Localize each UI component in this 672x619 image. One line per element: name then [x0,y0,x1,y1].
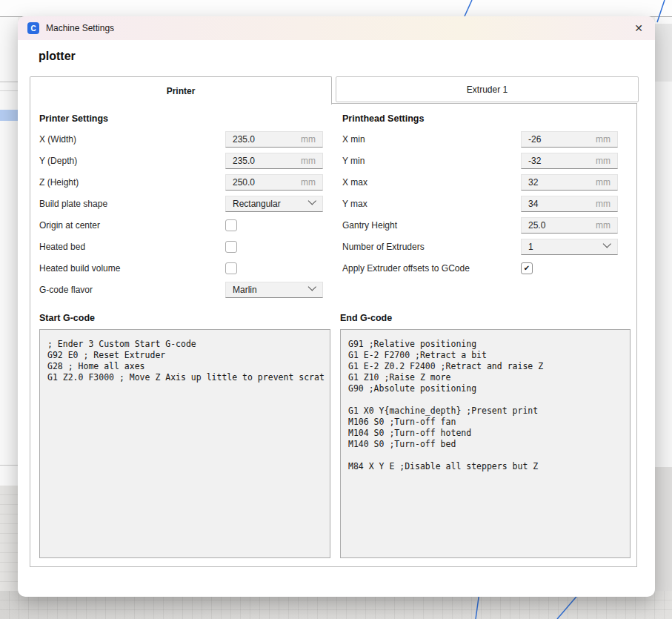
field-label-g-code-flavor: G-code flavor [39,285,225,295]
unit-label: mm [596,199,611,209]
settings-row: Heated bed [39,236,323,257]
input-value: 32 [528,177,538,188]
chevron-down-icon [308,196,316,205]
unit-label: mm [596,220,611,231]
settings-row: Y min-32mm [342,150,618,171]
field-label-number-of-extruders: Number of Extruders [342,242,521,252]
field-label-x-max: X max [342,177,521,188]
settings-row: Apply Extruder offsets to GCode✔ [342,257,618,279]
background-divider [0,90,18,91]
printer-settings-heading: Printer Settings [39,113,108,124]
settings-row: G-code flavorMarlin [39,279,323,300]
settings-row: Origin at center [39,214,323,236]
background-divider [0,465,18,466]
field-label-gantry-height: Gantry Height [342,220,521,231]
chevron-down-icon [308,282,316,291]
settings-row: X min-26mm [342,128,618,150]
input-value: 34 [528,199,538,209]
settings-row: Build plate shapeRectangular [39,193,323,214]
printhead-settings-heading: Printhead Settings [342,113,424,124]
printhead-settings-column: X min-26mmY min-32mmX max32mmY max34mmGa… [342,128,618,279]
dialog-titlebar[interactable]: C Machine Settings ✕ [18,16,655,40]
buildplate-grid [0,486,18,591]
input-value: -32 [528,156,541,166]
selected-option: Rectangular [233,199,281,209]
checkbox-origin-at-center[interactable] [225,219,237,231]
machine-name-heading: plotter [39,50,76,63]
input-value: 25.0 [528,220,545,231]
settings-row: Y (Depth)235.0mm [39,150,323,171]
input-x-width[interactable]: 235.0mm [225,131,323,148]
input-z-height[interactable]: 250.0mm [225,174,323,191]
tab-extruder-1[interactable]: Extruder 1 [336,76,639,102]
field-label-heated-build-volume: Heated build volume [39,263,225,274]
field-label-y-depth: Y (Depth) [39,156,225,166]
start-gcode-heading: Start G-code [39,313,95,323]
close-icon[interactable]: ✕ [634,16,643,40]
end-gcode-textarea[interactable]: G91 ;Relative positioning G1 E-2 F2700 ;… [340,329,631,558]
selected-option: 1 [528,242,533,252]
input-y-min[interactable]: -32mm [521,153,618,169]
input-gantry-height[interactable]: 25.0mm [521,217,618,234]
input-value: 235.0 [233,156,255,166]
field-label-x-min: X min [342,134,521,145]
unit-label: mm [596,134,611,145]
settings-row: Z (Height)250.0mm [39,171,323,193]
chevron-down-icon [603,239,611,248]
background-right-panel [655,467,672,591]
input-x-min[interactable]: -26mm [521,131,618,148]
printer-tab-panel: Printer Settings Printhead Settings X (W… [30,103,637,567]
settings-row: Y max34mm [342,193,618,214]
field-label-z-height: Z (Height) [39,177,225,188]
settings-row: X (Width)235.0mm [39,128,323,150]
settings-row: Heated build volume [39,257,323,279]
cura-app-icon: C [27,22,39,34]
input-y-max[interactable]: 34mm [521,196,618,212]
input-value: 250.0 [233,177,255,188]
background-right-panel [655,24,672,82]
dialog-title: Machine Settings [46,23,114,33]
checkbox-heated-build-volume[interactable] [225,262,237,274]
field-label-y-max: Y max [342,199,521,209]
printer-settings-column: X (Width)235.0mmY (Depth)235.0mmZ (Heigh… [39,128,323,300]
checkbox-apply-extruder-offsets-to-gcode[interactable]: ✔ [521,262,533,274]
select-number-of-extruders[interactable]: 1 [521,239,618,255]
unit-label: mm [301,177,316,188]
unit-label: mm [596,156,611,166]
select-g-code-flavor[interactable]: Marlin [225,282,323,298]
settings-row: X max32mm [342,171,618,193]
settings-row: Number of Extruders1 [342,236,618,257]
checkbox-heated-bed[interactable] [225,241,237,253]
input-value: 235.0 [233,134,255,145]
background-right-panel [655,17,672,24]
field-label-origin-at-center: Origin at center [39,220,225,231]
unit-label: mm [596,177,611,188]
select-build-plate-shape[interactable]: Rectangular [225,196,323,212]
background-right-panel [655,82,672,467]
field-label-heated-bed: Heated bed [39,242,225,252]
input-y-depth[interactable]: 235.0mm [225,153,323,169]
machine-settings-dialog: C Machine Settings ✕ plotter Printer Ext… [18,16,655,597]
input-x-max[interactable]: 32mm [521,174,618,191]
field-label-build-plate-shape: Build plate shape [39,199,225,209]
field-label-y-min: Y min [342,156,521,166]
field-label-x-width: X (Width) [39,134,225,145]
end-gcode-heading: End G-code [340,313,392,323]
start-gcode-textarea[interactable]: ; Ender 3 Custom Start G-code G92 E0 ; R… [39,329,330,558]
background-divider [0,82,18,82]
background-top-panel [0,0,672,17]
unit-label: mm [301,134,316,145]
background-selected-row [0,110,18,121]
unit-label: mm [301,156,316,166]
tab-printer[interactable]: Printer [30,76,332,105]
selected-option: Marlin [233,285,257,295]
field-label-apply-extruder-offsets-to-gcode: Apply Extruder offsets to GCode [342,263,521,274]
input-value: -26 [528,134,541,145]
settings-row: Gantry Height25.0mm [342,214,618,236]
